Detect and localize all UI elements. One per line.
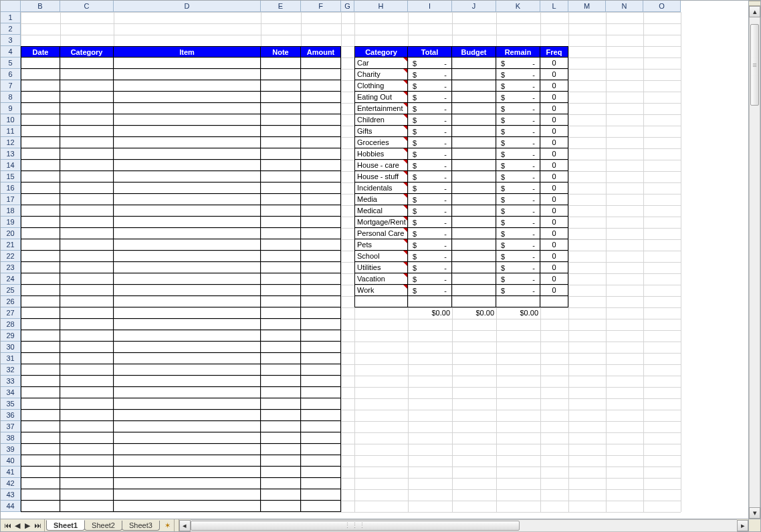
expense-cell[interactable] bbox=[21, 57, 60, 69]
expense-cell[interactable] bbox=[261, 228, 301, 239]
expense-cell[interactable] bbox=[21, 182, 60, 194]
summary-total[interactable]: $- bbox=[408, 285, 452, 296]
sheet-tab-sheet2[interactable]: Sheet2 bbox=[84, 521, 122, 531]
expense-cell[interactable] bbox=[21, 137, 60, 148]
expense-cell[interactable] bbox=[114, 330, 261, 342]
expense-cell[interactable] bbox=[21, 262, 60, 273]
row-header-3[interactable]: 3 bbox=[1, 35, 21, 46]
expense-cell[interactable] bbox=[21, 103, 60, 114]
horizontal-scrollbar[interactable]: ◂ ⋮⋮⋮ ▸ bbox=[179, 519, 748, 531]
expense-cell[interactable] bbox=[301, 467, 341, 478]
expense-header-note[interactable]: Note bbox=[261, 46, 301, 57]
expense-cell[interactable] bbox=[301, 296, 341, 307]
row-header-14[interactable]: 14 bbox=[1, 160, 21, 171]
sheet-nav-prev-icon[interactable]: ◀ bbox=[13, 521, 21, 529]
expense-cell[interactable] bbox=[60, 114, 114, 126]
summary-budget[interactable] bbox=[452, 182, 496, 194]
expense-cell[interactable] bbox=[301, 432, 341, 444]
column-header-B[interactable]: B bbox=[21, 1, 60, 12]
expense-cell[interactable] bbox=[60, 444, 114, 455]
expense-cell[interactable] bbox=[21, 69, 60, 80]
expense-cell[interactable] bbox=[60, 205, 114, 217]
scroll-left-button[interactable]: ◂ bbox=[179, 520, 191, 531]
expense-cell[interactable] bbox=[114, 194, 261, 205]
summary-freq[interactable]: 0 bbox=[540, 273, 568, 285]
expense-cell[interactable] bbox=[60, 251, 114, 262]
expense-cell[interactable] bbox=[261, 160, 301, 171]
expense-cell[interactable] bbox=[114, 80, 261, 92]
expense-cell[interactable] bbox=[60, 80, 114, 92]
summary-budget[interactable] bbox=[452, 80, 496, 92]
summary-total[interactable]: $- bbox=[408, 273, 452, 285]
expense-cell[interactable] bbox=[261, 217, 301, 228]
expense-cell[interactable] bbox=[261, 114, 301, 126]
expense-cell[interactable] bbox=[21, 148, 60, 160]
expense-cell[interactable] bbox=[261, 239, 301, 251]
summary-freq[interactable]: 0 bbox=[540, 80, 568, 92]
expense-cell[interactable] bbox=[261, 194, 301, 205]
expense-cell[interactable] bbox=[21, 364, 60, 376]
expense-cell[interactable] bbox=[60, 262, 114, 273]
expense-cell[interactable] bbox=[261, 342, 301, 353]
summary-remain[interactable]: $- bbox=[496, 171, 540, 182]
expense-cell[interactable] bbox=[21, 296, 60, 307]
summary-budget[interactable] bbox=[452, 228, 496, 239]
row-header-34[interactable]: 34 bbox=[1, 387, 21, 398]
expense-cell[interactable] bbox=[60, 69, 114, 80]
summary-total[interactable]: $- bbox=[408, 69, 452, 80]
expense-cell[interactable] bbox=[60, 217, 114, 228]
row-header-43[interactable]: 43 bbox=[1, 489, 21, 501]
expense-cell[interactable] bbox=[21, 342, 60, 353]
summary-header-remain[interactable]: Remain bbox=[496, 46, 540, 57]
summary-category[interactable]: Groceries bbox=[354, 137, 408, 148]
expense-cell[interactable] bbox=[301, 103, 341, 114]
expense-cell[interactable] bbox=[60, 92, 114, 103]
summary-total[interactable]: $- bbox=[408, 160, 452, 171]
row-header-38[interactable]: 38 bbox=[1, 432, 21, 444]
expense-cell[interactable] bbox=[21, 319, 60, 330]
expense-cell[interactable] bbox=[261, 182, 301, 194]
row-header-35[interactable]: 35 bbox=[1, 398, 21, 410]
expense-cell[interactable] bbox=[114, 387, 261, 398]
row-header-28[interactable]: 28 bbox=[1, 319, 21, 330]
summary-freq[interactable]: 0 bbox=[540, 126, 568, 137]
summary-freq[interactable]: 0 bbox=[540, 171, 568, 182]
summary-category[interactable]: Media bbox=[354, 194, 408, 205]
scroll-up-button[interactable]: ▴ bbox=[749, 6, 760, 17]
expense-cell[interactable] bbox=[261, 353, 301, 364]
summary-budget[interactable] bbox=[452, 205, 496, 217]
expense-cell[interactable] bbox=[114, 467, 261, 478]
summary-freq[interactable]: 0 bbox=[540, 228, 568, 239]
vscroll-track[interactable]: ≡ bbox=[749, 17, 760, 507]
expense-cell[interactable] bbox=[60, 353, 114, 364]
summary-category[interactable]: Gifts bbox=[354, 126, 408, 137]
expense-cell[interactable] bbox=[301, 455, 341, 467]
expense-cell[interactable] bbox=[114, 171, 261, 182]
summary-total[interactable]: $- bbox=[408, 57, 452, 69]
row-header-23[interactable]: 23 bbox=[1, 262, 21, 273]
expense-cell[interactable] bbox=[114, 92, 261, 103]
summary-total[interactable]: $- bbox=[408, 137, 452, 148]
row-header-31[interactable]: 31 bbox=[1, 353, 21, 364]
expense-cell[interactable] bbox=[114, 126, 261, 137]
row-header-22[interactable]: 22 bbox=[1, 251, 21, 262]
summary-category[interactable]: Children bbox=[354, 114, 408, 126]
expense-cell[interactable] bbox=[261, 137, 301, 148]
summary-budget[interactable] bbox=[452, 194, 496, 205]
summary-budget[interactable] bbox=[452, 239, 496, 251]
summary-freq[interactable]: 0 bbox=[540, 148, 568, 160]
summary-budget[interactable] bbox=[452, 69, 496, 80]
expense-cell[interactable] bbox=[60, 410, 114, 421]
summary-remain[interactable]: $- bbox=[496, 273, 540, 285]
summary-category[interactable]: Incidentals bbox=[354, 182, 408, 194]
expense-cell[interactable] bbox=[114, 239, 261, 251]
scroll-down-button[interactable]: ▾ bbox=[749, 507, 760, 519]
insert-sheet-icon[interactable]: ✶ bbox=[162, 519, 174, 531]
summary-category[interactable]: Clothing bbox=[354, 80, 408, 92]
expense-cell[interactable] bbox=[261, 69, 301, 80]
row-header-6[interactable]: 6 bbox=[1, 69, 21, 80]
column-header-N[interactable]: N bbox=[606, 1, 643, 12]
expense-cell[interactable] bbox=[301, 251, 341, 262]
summary-category[interactable]: Entertainment bbox=[354, 103, 408, 114]
expense-cell[interactable] bbox=[60, 398, 114, 410]
